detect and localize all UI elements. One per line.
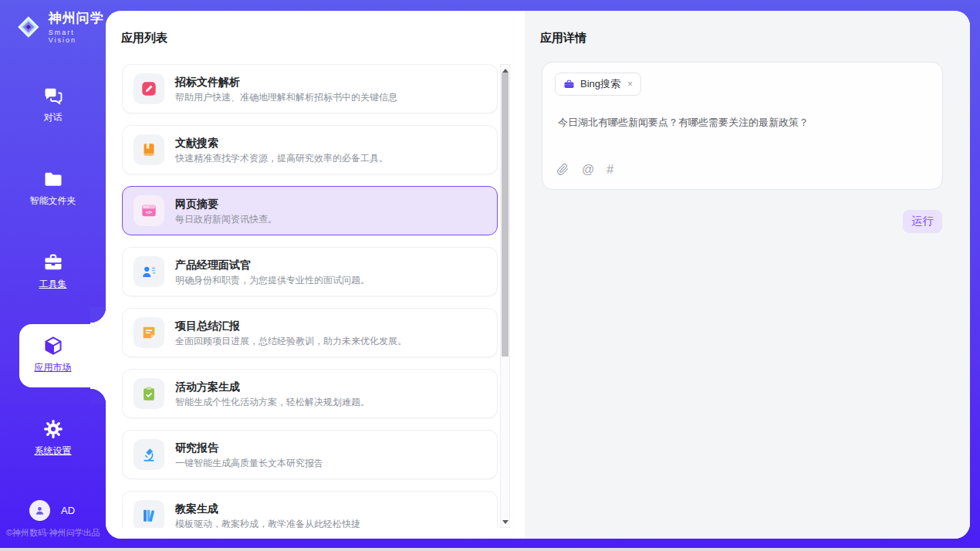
- diamond-logo-icon: [14, 12, 43, 42]
- user-initials: AD: [61, 505, 75, 516]
- app-item-title: 项目总结汇报: [175, 319, 407, 333]
- icon-container: [133, 378, 164, 409]
- app-item-title: 活动方案生成: [175, 380, 370, 394]
- hash-icon[interactable]: #: [607, 163, 613, 176]
- list-item-project-summary[interactable]: 项目总结汇报 全面回顾项目进展，总结经验教训，助力未来优化发展。: [122, 308, 498, 357]
- microscope-icon: [140, 446, 157, 463]
- app-item-description: 快速精准查找学术资源，提高研究效率的必备工具。: [175, 153, 388, 164]
- app-item-description: 明确身份和职责，为您提供专业性的面试问题。: [175, 275, 370, 286]
- user-account[interactable]: AD: [29, 500, 75, 521]
- query-text[interactable]: 今日湖北有哪些新闻要点？有哪些需要关注的最新政策？: [558, 115, 921, 130]
- brand-subtitle: Smart Vision: [49, 29, 106, 44]
- mention-icon[interactable]: @: [582, 163, 594, 176]
- app-item-description: 模板驱动，教案秒成，教学准备从此轻松快捷: [175, 519, 360, 529]
- composer-toolbar: @ #: [556, 163, 613, 176]
- briefcase-icon: [563, 79, 575, 90]
- sidebar-item-label: 系统设置: [0, 445, 106, 458]
- sidebar-item-label: 对话: [0, 111, 106, 124]
- sidebar-item-label: 智能文件夹: [0, 194, 106, 208]
- sidebar-item-label: 工具集: [0, 278, 106, 291]
- query-card[interactable]: Bing搜索 × 今日湖北有哪些新闻要点？有哪些需要关注的最新政策？ @ #: [542, 62, 943, 190]
- list-item-lesson-plan[interactable]: 教案生成 模板驱动，教案秒成，教学准备从此轻松快捷: [122, 491, 498, 528]
- icon-container: [133, 500, 164, 528]
- app-item-description: 一键智能生成高质量长文本研究报告: [175, 458, 323, 469]
- browser-icon: </>: [140, 202, 157, 219]
- bubble-curve-top: [90, 307, 106, 324]
- list-item-literature-search[interactable]: 文献搜索 快速精准查找学术资源，提高研究效率的必备工具。: [122, 125, 498, 174]
- tool-tag-bing-search[interactable]: Bing搜索 ×: [555, 73, 641, 96]
- app-detail-panel: 应用详情 Bing搜索 × 今日湖北有哪些新闻要点？有哪些需要关注的最新政策？ …: [525, 11, 970, 539]
- sidebar: 神州问学 Smart Vision 对话 智能文件夹 工具集 应: [0, 0, 106, 551]
- app-list-panel: 应用列表 招标文件解析 帮助用户快速、准确地理解和解析招标书中的关键信息: [106, 11, 525, 539]
- icon-container: [133, 134, 164, 165]
- icon-container: [133, 439, 164, 470]
- attachment-icon[interactable]: [556, 163, 569, 176]
- scrollbar-thumb[interactable]: [502, 73, 509, 357]
- icon-container: [133, 256, 164, 287]
- sidebar-item-smart-folder[interactable]: 智能文件夹: [0, 168, 106, 208]
- svg-text:</>: </>: [146, 210, 153, 215]
- folder-icon: [42, 168, 64, 190]
- app-item-title: 产品经理面试官: [175, 258, 370, 272]
- cube-icon: [42, 335, 64, 357]
- app-item-title: 网页摘要: [175, 197, 277, 211]
- brand-name: 神州问学: [49, 9, 106, 27]
- book-icon: [140, 141, 157, 158]
- sidebar-item-chat[interactable]: 对话: [0, 85, 106, 124]
- app-list-scroll-area: 招标文件解析 帮助用户快速、准确地理解和解析招标书中的关键信息 文献搜索 快速精…: [122, 64, 499, 528]
- app-item-title: 招标文件解析: [175, 75, 397, 89]
- gear-icon: [42, 418, 64, 440]
- app-item-description: 每日政府新闻资讯快查。: [175, 214, 277, 225]
- main-content: 应用列表 招标文件解析 帮助用户快速、准确地理解和解析招标书中的关键信息: [106, 11, 970, 539]
- window-bottom-edge: [0, 548, 980, 551]
- scrollbar-down-arrow[interactable]: [501, 517, 509, 526]
- sidebar-item-toolset[interactable]: 工具集: [0, 252, 106, 291]
- bubble-curve-bottom: [90, 387, 106, 404]
- person-icon: [33, 504, 46, 517]
- app-item-description: 智能生成个性化活动方案，轻松解决规划难题。: [175, 397, 370, 408]
- sidebar-footer: ©神州数码·神州问学出品: [6, 527, 106, 539]
- icon-container: </>: [133, 195, 164, 226]
- sidebar-item-app-market[interactable]: 应用市场: [0, 335, 106, 374]
- chat-icon: [42, 85, 64, 106]
- note-icon: [140, 324, 157, 341]
- edit-icon: [140, 80, 157, 97]
- sidebar-item-settings[interactable]: 系统设置: [0, 418, 106, 458]
- app-item-description: 帮助用户快速、准确地理解和解析招标书中的关键信息: [175, 92, 397, 103]
- interviewer-icon: [140, 263, 157, 280]
- tag-close-icon[interactable]: ×: [627, 79, 633, 90]
- clipboard-check-icon: [140, 385, 157, 402]
- run-button[interactable]: 运行: [903, 210, 942, 233]
- app-item-description: 全面回顾项目进展，总结经验教训，助力未来优化发展。: [175, 336, 407, 347]
- list-item-pm-interviewer[interactable]: 产品经理面试官 明确身份和职责，为您提供专业性的面试问题。: [122, 247, 498, 296]
- app-item-title: 教案生成: [175, 502, 360, 516]
- app-logo: 神州问学 Smart Vision: [14, 9, 106, 44]
- toolbox-icon: [42, 252, 64, 273]
- books-icon: [140, 507, 157, 524]
- list-item-event-plan[interactable]: 活动方案生成 智能生成个性化活动方案，轻松解决规划难题。: [122, 369, 498, 418]
- app-item-title: 文献搜索: [175, 136, 388, 150]
- list-item-bid-document-parse[interactable]: 招标文件解析 帮助用户快速、准确地理解和解析招标书中的关键信息: [122, 64, 498, 113]
- list-item-web-summary[interactable]: </> 网页摘要 每日政府新闻资讯快查。: [122, 186, 498, 235]
- app-detail-title: 应用详情: [540, 31, 586, 46]
- sidebar-item-label: 应用市场: [0, 361, 106, 374]
- avatar: [29, 500, 50, 521]
- icon-container: [133, 317, 164, 348]
- app-item-title: 研究报告: [175, 441, 323, 455]
- list-item-research-report[interactable]: 研究报告 一键智能生成高质量长文本研究报告: [122, 430, 498, 479]
- tool-tag-label: Bing搜索: [580, 77, 620, 91]
- app-list-title: 应用列表: [121, 31, 167, 46]
- list-scrollbar[interactable]: [500, 64, 510, 528]
- icon-container: [133, 73, 164, 104]
